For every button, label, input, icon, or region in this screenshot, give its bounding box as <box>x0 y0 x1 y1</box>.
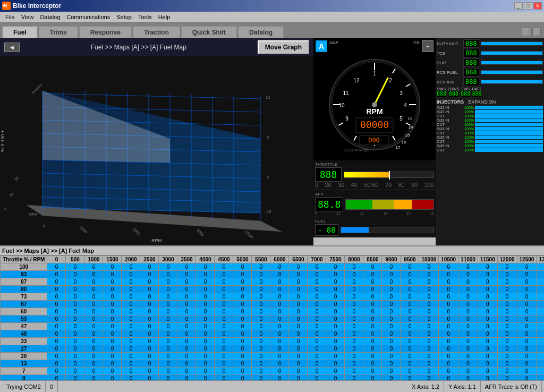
cell[interactable]: 0 <box>103 301 122 308</box>
cell[interactable]: 0 <box>159 330 177 338</box>
cell[interactable]: 0 <box>177 293 196 301</box>
cell[interactable]: 0 <box>252 330 270 338</box>
cell[interactable]: 0 <box>103 360 122 368</box>
cell[interactable]: 0 <box>478 368 497 375</box>
cell[interactable]: 0 <box>140 323 159 330</box>
cell[interactable]: 0 <box>401 293 419 301</box>
cell[interactable]: 0 <box>401 263 419 271</box>
cell[interactable]: 0 <box>66 308 84 316</box>
cell[interactable]: 0 <box>439 278 458 286</box>
cell[interactable]: 0 <box>497 345 517 353</box>
cell[interactable]: 0 <box>419 308 439 316</box>
cell[interactable]: 0 <box>84 278 103 286</box>
cell[interactable]: 0 <box>233 308 252 316</box>
cell[interactable]: 0 <box>439 353 458 360</box>
cell[interactable]: 0 <box>140 293 159 301</box>
cell[interactable]: 0 <box>270 323 289 330</box>
cell[interactable]: 0 <box>382 323 401 330</box>
cell[interactable]: 0 <box>289 278 308 286</box>
cell[interactable]: 0 <box>401 301 419 308</box>
cell[interactable]: 0 <box>289 286 308 293</box>
cell[interactable]: 0 <box>382 368 401 375</box>
cell[interactable]: 0 <box>537 360 544 368</box>
cell[interactable]: 0 <box>363 293 382 301</box>
cell[interactable]: 0 <box>66 278 84 286</box>
window-option-2[interactable] <box>532 28 541 36</box>
cell[interactable]: 0 <box>177 360 196 368</box>
cell[interactable]: 0 <box>196 301 215 308</box>
cell[interactable]: 0 <box>233 263 252 271</box>
cell[interactable]: 0 <box>159 308 177 316</box>
cell[interactable]: 0 <box>252 301 270 308</box>
cell[interactable]: 0 <box>252 353 270 360</box>
cell[interactable]: 0 <box>401 323 419 330</box>
cell[interactable]: 0 <box>66 353 84 360</box>
cell[interactable]: 0 <box>196 316 215 323</box>
cell[interactable]: 0 <box>215 323 233 330</box>
cell[interactable]: 0 <box>363 323 382 330</box>
cell[interactable]: 0 <box>84 263 103 271</box>
cell[interactable]: 0 <box>419 286 439 293</box>
cell[interactable]: 0 <box>401 271 419 278</box>
cell[interactable]: 0 <box>233 323 252 330</box>
cell[interactable]: 0 <box>345 353 363 360</box>
cell[interactable]: 0 <box>326 323 345 330</box>
cell[interactable]: 0 <box>537 330 544 338</box>
cell[interactable]: 0 <box>289 301 308 308</box>
cell[interactable]: 0 <box>196 308 215 316</box>
cell[interactable]: 0 <box>177 301 196 308</box>
cell[interactable]: 0 <box>252 271 270 278</box>
cell[interactable]: 0 <box>382 353 401 360</box>
cell[interactable]: 0 <box>517 286 537 293</box>
cell[interactable]: 0 <box>458 263 478 271</box>
cell[interactable]: 0 <box>103 278 122 286</box>
cell[interactable]: 0 <box>345 301 363 308</box>
cell[interactable]: 0 <box>270 278 289 286</box>
cell[interactable]: 0 <box>233 368 252 375</box>
cell[interactable]: 0 <box>382 286 401 293</box>
cell[interactable]: 0 <box>419 323 439 330</box>
cell[interactable]: 0 <box>233 293 252 301</box>
cell[interactable]: 0 <box>478 330 497 338</box>
cell[interactable]: 0 <box>517 338 537 345</box>
cell[interactable]: 0 <box>140 330 159 338</box>
cell[interactable]: 0 <box>537 308 544 316</box>
cell[interactable]: 0 <box>363 360 382 368</box>
cell[interactable]: 0 <box>47 353 66 360</box>
menu-view[interactable]: View <box>18 13 37 21</box>
cell[interactable]: 0 <box>252 323 270 330</box>
cell[interactable]: 0 <box>66 293 84 301</box>
cell[interactable]: 0 <box>537 271 544 278</box>
minimize-button[interactable]: _ <box>514 2 523 10</box>
cell[interactable]: 0 <box>419 293 439 301</box>
cell[interactable]: 0 <box>439 263 458 271</box>
cell[interactable]: 0 <box>478 338 497 345</box>
cell[interactable]: 0 <box>66 271 84 278</box>
cell[interactable]: 0 <box>497 353 517 360</box>
cell[interactable]: 0 <box>326 301 345 308</box>
cell[interactable]: 0 <box>289 360 308 368</box>
cell[interactable]: 0 <box>458 301 478 308</box>
cell[interactable]: 0 <box>252 293 270 301</box>
cell[interactable]: 0 <box>66 286 84 293</box>
menu-communications[interactable]: Communications <box>63 13 113 21</box>
cell[interactable]: 0 <box>47 293 66 301</box>
cell[interactable]: 0 <box>382 338 401 345</box>
cell[interactable]: 0 <box>289 368 308 375</box>
cell[interactable]: 0 <box>66 323 84 330</box>
cell[interactable]: 0 <box>270 338 289 345</box>
cell[interactable]: 0 <box>497 308 517 316</box>
cell[interactable]: 0 <box>419 360 439 368</box>
cell[interactable]: 0 <box>140 263 159 271</box>
cell[interactable]: 0 <box>270 330 289 338</box>
cell[interactable]: 0 <box>66 263 84 271</box>
cell[interactable]: 0 <box>537 293 544 301</box>
cell[interactable]: 0 <box>233 345 252 353</box>
cell[interactable]: 0 <box>401 278 419 286</box>
cell[interactable]: 0 <box>159 278 177 286</box>
cell[interactable]: 0 <box>439 271 458 278</box>
cell[interactable]: 0 <box>140 278 159 286</box>
cell[interactable]: 0 <box>382 345 401 353</box>
cell[interactable]: 0 <box>326 368 345 375</box>
cell[interactable]: 0 <box>326 330 345 338</box>
